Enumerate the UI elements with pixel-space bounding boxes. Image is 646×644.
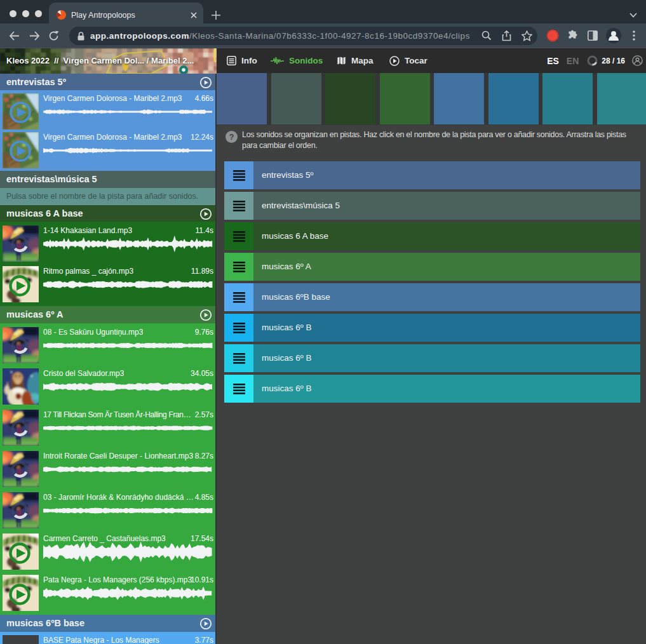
svg-text:?: ? [229,133,234,142]
